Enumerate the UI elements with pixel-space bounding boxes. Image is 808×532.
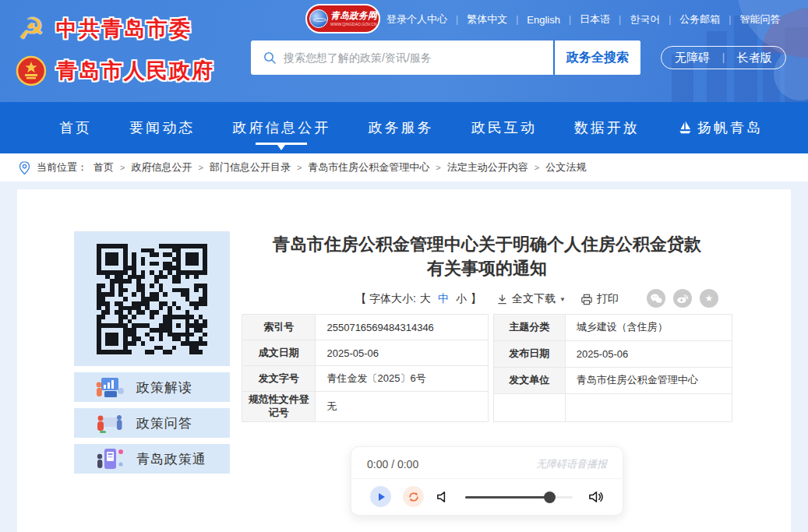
breadcrumb-prefix: 当前位置：	[37, 160, 87, 174]
nav-item-news[interactable]: 要闻动态	[129, 102, 195, 153]
registration-number-value: 无	[316, 392, 489, 422]
table-row	[493, 393, 732, 421]
audio-time: 0:00 / 0:00	[367, 458, 418, 470]
article-toolbar: 【 字体大小: 大 中 小 】 全文下载 ▼ 打印	[242, 289, 732, 309]
policy-qa-icon	[94, 411, 126, 435]
accessibility-pill: 无障碍 ｜ 长者版	[661, 46, 786, 69]
globe-icon	[309, 9, 328, 28]
search-bar: 政务全搜索	[251, 41, 640, 75]
link-english[interactable]: English	[527, 14, 560, 26]
fontsize-label-close: 】	[471, 292, 482, 306]
party-emblem-icon: ☭	[12, 12, 50, 46]
search-button[interactable]: 政务全搜索	[553, 41, 640, 75]
play-button[interactable]	[370, 486, 391, 507]
party-committee-title: 中共青岛市委	[56, 15, 192, 43]
sidebar-item-label: 政策解读	[136, 379, 192, 396]
qr-code	[97, 244, 207, 354]
printer-icon	[580, 294, 593, 305]
portal-logo-title: 青岛政务网	[330, 11, 377, 20]
link-login[interactable]: 登录个人中心	[386, 12, 447, 26]
gov-logo-row: 青岛市人民政府	[12, 50, 214, 92]
nav-item-home[interactable]: 首页	[59, 102, 92, 153]
audio-caption: 无障碍语音播报	[536, 457, 607, 471]
play-icon	[376, 492, 386, 502]
crumb-housing-fund-center[interactable]: 青岛市住房公积金管理中心	[308, 160, 429, 174]
share-weibo-button[interactable]	[673, 289, 692, 308]
share-buttons: ★	[647, 289, 718, 308]
elder-version-button[interactable]: 长者版	[737, 51, 772, 65]
crumb-statutory-disclosure[interactable]: 法定主动公开内容	[447, 160, 528, 174]
crumb-dept-directory[interactable]: 部门信息公开目录	[210, 160, 291, 174]
written-date-value: 2025-05-06	[316, 340, 489, 366]
mute-speaker-icon[interactable]	[436, 489, 450, 504]
index-number-value: 2550716569484314346	[316, 315, 489, 340]
crumb-official-documents[interactable]: 公文法规	[545, 160, 586, 174]
qr-code-box	[74, 231, 230, 366]
download-button[interactable]: 全文下载 ▼	[496, 292, 566, 306]
header-utility-links: 登录个人中心| 繁体中文| English| 日本语| 한국어| 公务邮箱| 智…	[386, 12, 780, 26]
fontsize-small-button[interactable]: 小	[456, 292, 467, 306]
fontsize-label: 【 字体大小:	[355, 292, 416, 306]
portal-logo-url: WWW.QINGDAO.GOV.CN	[330, 23, 377, 26]
fontsize-large-button[interactable]: 大	[420, 292, 431, 306]
share-favorite-button[interactable]: ★	[700, 289, 718, 308]
loop-icon	[408, 491, 420, 503]
weibo-icon	[676, 293, 689, 304]
nav-item-gov-services[interactable]: 政务服务	[368, 102, 433, 153]
page: ☭ 中共青岛市委 青岛市人民政府 青岛政务网 WWW.QIN	[0, 0, 808, 532]
volume-slider[interactable]	[465, 491, 573, 503]
volume-thumb[interactable]	[544, 491, 556, 503]
link-traditional-chinese[interactable]: 繁体中文	[467, 12, 507, 26]
table-row: 规范性文件登记号 无	[242, 392, 489, 422]
national-emblem-icon	[12, 55, 50, 86]
print-button[interactable]: 打印	[580, 292, 619, 306]
download-icon	[496, 294, 508, 305]
sidebar-item-qingdao-policy-hub[interactable]: 青岛政策通	[74, 444, 230, 474]
caret-down-icon: ▼	[559, 296, 566, 303]
policy-interpretation-icon	[94, 375, 126, 399]
sidebar-item-policy-interpretation[interactable]: 政策解读	[74, 372, 230, 402]
government-logos: ☭ 中共青岛市委 青岛市人民政府	[12, 8, 214, 92]
table-row: 索引号 2550716569484314346	[242, 315, 489, 340]
link-japanese[interactable]: 日本语	[580, 12, 610, 26]
publish-date-value: 2025-05-06	[565, 340, 732, 367]
sidebar-item-policy-qa[interactable]: 政策问答	[74, 408, 230, 438]
share-wechat-button[interactable]	[647, 289, 665, 308]
replay-button[interactable]	[403, 486, 424, 507]
site-header: ☭ 中共青岛市委 青岛市人民政府 青岛政务网 WWW.QIN	[0, 0, 808, 102]
main-nav: 首页 要闻动态 政府信息公开 政务服务 政民互动 数据开放 扬帆青岛	[0, 102, 808, 153]
article-title: 青岛市住房公积金管理中心关于明确个人住房公积金贷款 有关事项的通知	[242, 232, 732, 280]
nav-item-open-data[interactable]: 数据开放	[574, 102, 640, 153]
table-row: 发文单位 青岛市住房公积金管理中心	[493, 367, 732, 393]
breadcrumb: 当前位置： 首页 > 政府信息公开 > 部门信息公开目录 > 青岛市住房公积金管…	[0, 153, 808, 181]
issuing-unit-value: 青岛市住房公积金管理中心	[565, 367, 732, 393]
search-icon	[263, 51, 277, 65]
search-input[interactable]	[284, 41, 553, 75]
table-row: 主题分类 城乡建设（含住房）	[493, 315, 732, 341]
topic-category-value: 城乡建设（含住房）	[565, 315, 732, 341]
nav-item-sailing-qingdao[interactable]: 扬帆青岛	[677, 102, 763, 153]
sidebar: 政策解读 政策问答	[74, 231, 230, 474]
loud-speaker-icon[interactable]	[587, 489, 604, 504]
crumb-gov-info[interactable]: 政府信息公开	[131, 160, 192, 174]
portal-logo[interactable]: 青岛政务网 WWW.QINGDAO.GOV.CN	[305, 4, 380, 33]
link-official-mail[interactable]: 公务邮箱	[679, 12, 720, 26]
accessibility-button[interactable]: 无障碍	[675, 51, 710, 65]
meta-table-right: 主题分类 城乡建设（含住房） 发布日期 2025-05-06 发文单位 青岛市住…	[493, 314, 732, 422]
fontsize-medium-button[interactable]: 中	[438, 292, 449, 306]
document-number-value: 青住金发〔2025〕6号	[316, 366, 489, 392]
nav-item-gov-info-disclosure[interactable]: 政府信息公开	[232, 102, 330, 153]
link-korean[interactable]: 한국어	[630, 12, 660, 26]
sidebar-item-label: 青岛政策通	[136, 450, 206, 468]
party-logo-row: ☭ 中共青岛市委	[12, 8, 214, 50]
link-smart-qa[interactable]: 智能问答	[739, 12, 780, 26]
wechat-icon	[650, 293, 662, 304]
nav-item-public-interaction[interactable]: 政民互动	[471, 102, 537, 153]
table-row: 发布日期 2025-05-06	[493, 340, 732, 367]
table-row: 发文字号 青住金发〔2025〕6号	[242, 366, 489, 392]
municipal-government-title: 青岛市人民政府	[56, 57, 214, 85]
star-icon: ★	[705, 293, 714, 304]
audio-player: 0:00 / 0:00 无障碍语音播报	[351, 446, 623, 516]
location-pin-icon	[19, 160, 30, 175]
crumb-home[interactable]: 首页	[94, 160, 114, 174]
